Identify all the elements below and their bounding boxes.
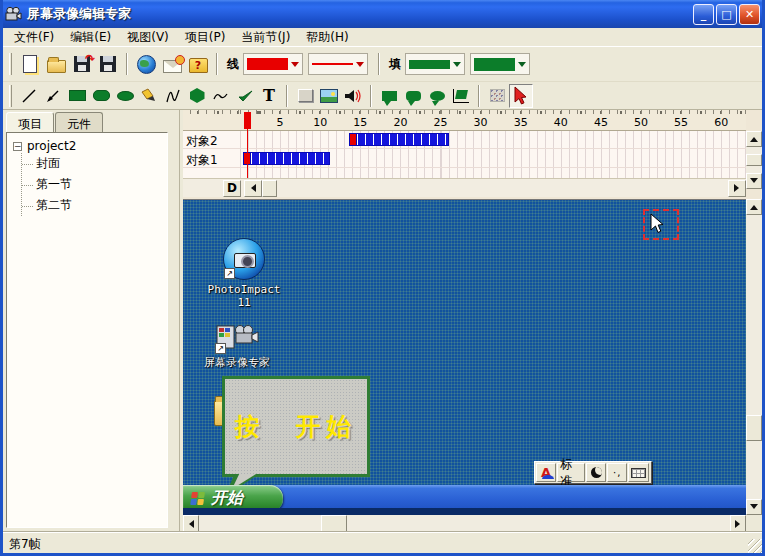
track-segment[interactable] bbox=[243, 152, 330, 165]
tree-item[interactable]: 封面 bbox=[22, 153, 165, 174]
ime-language-bar[interactable]: A 标准 ·, bbox=[534, 461, 652, 484]
playhead-line bbox=[247, 129, 248, 178]
tab-元件[interactable]: 元件 bbox=[55, 112, 103, 132]
fill-color-dropdown[interactable] bbox=[405, 53, 465, 75]
help-button[interactable]: ? bbox=[185, 51, 211, 77]
highlight-tool-button[interactable] bbox=[137, 84, 161, 108]
scroll-left-button[interactable] bbox=[183, 515, 199, 532]
segment-start-marker bbox=[350, 134, 357, 145]
scrollbar-thumb[interactable] bbox=[746, 415, 762, 441]
polygon-tool-button[interactable] bbox=[185, 84, 209, 108]
line-tool-button[interactable] bbox=[17, 84, 41, 108]
timeline-track-row[interactable]: 对象2 bbox=[183, 131, 746, 149]
timeline: 51015202530354045505560 对象2对象1 D bbox=[183, 110, 762, 199]
rounded-rect-tool-button[interactable] bbox=[89, 84, 113, 108]
scroll-down-button[interactable] bbox=[746, 499, 762, 515]
playhead-marker[interactable] bbox=[244, 112, 251, 129]
export-button[interactable] bbox=[159, 51, 185, 77]
fill-style-dropdown[interactable] bbox=[470, 53, 530, 75]
scroll-up-button[interactable] bbox=[746, 131, 762, 147]
ime-fullwidth-button[interactable] bbox=[586, 463, 606, 482]
menu-item[interactable]: 文件(F) bbox=[6, 27, 62, 48]
line-color-swatch bbox=[247, 58, 288, 70]
image-tool-button[interactable] bbox=[317, 84, 341, 108]
timeline-vscrollbar[interactable] bbox=[746, 131, 762, 189]
mail-icon bbox=[163, 60, 182, 73]
menu-item[interactable]: 当前节(J) bbox=[233, 27, 298, 48]
scroll-right-button[interactable] bbox=[728, 180, 746, 197]
select-tool-button[interactable] bbox=[509, 84, 533, 108]
line-style-swatch bbox=[312, 63, 353, 65]
ime-mode-button[interactable]: 标准 bbox=[557, 463, 585, 482]
open-button[interactable] bbox=[43, 51, 69, 77]
line-color-dropdown[interactable] bbox=[243, 53, 303, 75]
text-tool-button[interactable]: T bbox=[257, 84, 281, 108]
check-icon bbox=[237, 89, 254, 103]
ime-punctuation-button[interactable]: ·, bbox=[607, 463, 627, 482]
tree-root-row[interactable]: − project2 bbox=[9, 139, 165, 153]
sound-tool-button[interactable] bbox=[341, 84, 365, 108]
desktop-icon-photoimpact[interactable]: ↗ PhotoImpact 11 bbox=[205, 238, 283, 309]
line-style-dropdown[interactable] bbox=[308, 53, 368, 75]
scrollbar-thumb[interactable] bbox=[262, 180, 277, 197]
check-tool-button[interactable] bbox=[233, 84, 257, 108]
scroll-left-button[interactable] bbox=[244, 180, 262, 197]
desktop-icon-recorder[interactable]: ↗ 屏幕录像专家 bbox=[191, 320, 283, 369]
new-button[interactable] bbox=[17, 51, 43, 77]
screen-recorder-icon: ↗ bbox=[215, 320, 259, 354]
curve-tool-button[interactable] bbox=[161, 84, 185, 108]
recorded-desktop[interactable]: ↗ PhotoImpact 11 bbox=[183, 199, 746, 515]
tree-item[interactable]: 第一节 bbox=[22, 174, 165, 195]
track-segment[interactable] bbox=[349, 133, 449, 146]
scrollbar-thumb[interactable] bbox=[321, 515, 347, 532]
callout-ellipse-tool-button[interactable] bbox=[425, 84, 449, 108]
toolbar-grip bbox=[9, 85, 12, 107]
tab-项目[interactable]: 项目 bbox=[6, 112, 54, 132]
scroll-up-button[interactable] bbox=[746, 199, 762, 215]
right-arrow-icon bbox=[735, 520, 744, 528]
ime-keyboard-button[interactable] bbox=[628, 463, 649, 482]
tree-item[interactable]: 第二节 bbox=[22, 195, 165, 216]
callout-rounded-tool-button[interactable] bbox=[401, 84, 425, 108]
button-tool-button[interactable] bbox=[293, 84, 317, 108]
save-as-button[interactable]: ↷ bbox=[69, 51, 95, 77]
collapse-icon[interactable]: − bbox=[13, 142, 22, 151]
timeline-ruler[interactable]: 51015202530354045505560 bbox=[183, 110, 746, 131]
menu-item[interactable]: 编辑(E) bbox=[62, 27, 119, 48]
resize-grip[interactable] bbox=[748, 539, 762, 553]
timeline-hscrollbar[interactable]: D bbox=[183, 178, 746, 197]
ellipse-tool-button[interactable] bbox=[113, 84, 137, 108]
polyline-tool-button[interactable] bbox=[209, 84, 233, 108]
publish-button[interactable] bbox=[133, 51, 159, 77]
rectangle-tool-button[interactable] bbox=[65, 84, 89, 108]
scroll-down-button[interactable] bbox=[746, 173, 762, 189]
close-button[interactable]: ✕ bbox=[739, 4, 760, 25]
fill-style-swatch bbox=[474, 58, 515, 71]
menu-item[interactable]: 帮助(H) bbox=[298, 27, 356, 48]
scrollbar-thumb[interactable] bbox=[746, 154, 762, 166]
menu-item[interactable]: 视图(V) bbox=[119, 27, 177, 48]
up-arrow-icon bbox=[750, 133, 758, 142]
timeline-track-row[interactable]: 对象1 bbox=[183, 150, 746, 168]
title-bar[interactable]: 屏幕录像编辑专家 _ □ ✕ bbox=[0, 0, 765, 28]
ruler-label: 55 bbox=[674, 116, 688, 129]
arrow-tool-button[interactable] bbox=[41, 84, 65, 108]
frame-shape-tool-button[interactable] bbox=[449, 84, 473, 108]
ime-logo-button[interactable]: A bbox=[536, 463, 556, 482]
menu-item[interactable]: 项目(P) bbox=[177, 27, 234, 48]
ruler-label: 30 bbox=[474, 116, 488, 129]
callout-bubble[interactable]: 按 开始 bbox=[222, 376, 370, 477]
timeline-tracks: 对象2对象1 bbox=[183, 131, 746, 178]
canvas-hscrollbar[interactable] bbox=[183, 515, 746, 532]
toolbar-separator bbox=[126, 53, 128, 75]
open-folder-icon bbox=[47, 60, 66, 73]
minimize-button[interactable]: _ bbox=[693, 4, 714, 25]
save-button[interactable] bbox=[95, 51, 121, 77]
maximize-button[interactable]: □ bbox=[716, 4, 737, 25]
detail-button[interactable]: D bbox=[223, 180, 241, 197]
canvas-vscrollbar[interactable] bbox=[746, 199, 762, 515]
callout-rect-tool-button[interactable] bbox=[377, 84, 401, 108]
shortcut-arrow-icon: ↗ bbox=[224, 268, 235, 279]
main-toolbar: ↷ ? 线 填 bbox=[3, 47, 762, 82]
scroll-right-button[interactable] bbox=[730, 515, 746, 532]
